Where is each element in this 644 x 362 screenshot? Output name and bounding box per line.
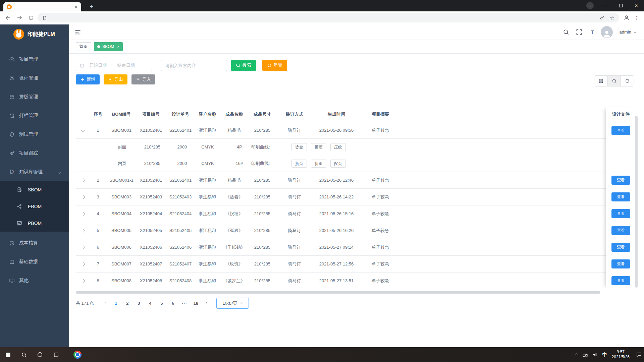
window-minimize-button[interactable]: ─	[598, 0, 613, 11]
sidebar-item-knowledge-base[interactable]: D 知识库管理	[0, 163, 69, 181]
export-button[interactable]: 导出	[104, 74, 127, 84]
view-button[interactable]: 查看	[611, 226, 630, 235]
password-key-icon[interactable]	[600, 15, 605, 20]
add-button[interactable]: 新增	[76, 74, 100, 84]
process-chip[interactable]: 折页	[291, 160, 307, 168]
task-view-icon[interactable]	[52, 351, 60, 359]
sidebar-item-cost-accounting[interactable]: 成本核算	[0, 234, 69, 252]
sidebar-item-pbom[interactable]: PBOM	[0, 215, 69, 232]
search-input[interactable]	[161, 63, 227, 68]
sidebar-item-proof-mgmt[interactable]: 打样管理	[0, 106, 69, 125]
bookmark-star-icon[interactable]: ☆	[610, 15, 614, 21]
clock[interactable]: 9:57 2021/5/26	[612, 350, 630, 360]
table-row[interactable]: 3 SBOM003 X21052403 S21052403 浙江易印 《活着》 …	[76, 189, 636, 205]
table-row[interactable]: 2 SBOM001-1 X21052401 S21052401 浙江易印 精品书…	[76, 172, 636, 189]
page-ellipsis[interactable]: ···	[180, 301, 189, 306]
expand-icon[interactable]	[76, 256, 91, 272]
address-bar[interactable]: ☆	[38, 13, 619, 22]
chrome-taskbar-icon[interactable]	[73, 351, 82, 359]
view-button[interactable]: 查看	[611, 176, 630, 185]
username[interactable]: admin	[620, 29, 631, 35]
tray-expand-icon[interactable]	[575, 353, 578, 356]
sidebar-collapse-icon[interactable]	[74, 29, 81, 36]
sidebar-item-project-mgmt[interactable]: 项目管理	[0, 50, 69, 69]
search-button[interactable]: 搜索	[231, 60, 256, 71]
volume-icon[interactable]	[592, 352, 598, 358]
process-chip[interactable]: 压纹	[330, 143, 346, 151]
browser-profile-icon[interactable]	[586, 2, 594, 9]
expand-icon[interactable]	[76, 189, 91, 205]
start-button-icon[interactable]	[4, 351, 12, 359]
view-button[interactable]: 查看	[611, 243, 630, 252]
taskbar-search-icon[interactable]	[20, 351, 28, 359]
grid-view-icon[interactable]	[594, 76, 607, 86]
tab-close-icon[interactable]: ✕	[74, 5, 78, 9]
reload-icon[interactable]	[27, 14, 35, 22]
page-number[interactable]: 6	[169, 301, 177, 306]
new-tab-button[interactable]: +	[87, 2, 96, 11]
avatar[interactable]	[601, 26, 613, 38]
page-number[interactable]: 3	[135, 301, 143, 306]
site-info-icon[interactable]	[42, 15, 47, 20]
horizontal-scrollbar[interactable]	[76, 291, 600, 294]
sidebar-item-imposition-mgmt[interactable]: 拼版管理	[0, 87, 69, 106]
page-number[interactable]: 5	[157, 301, 166, 306]
view-button[interactable]: 查看	[611, 259, 630, 268]
browser-tab[interactable]: ✕	[3, 2, 81, 11]
process-chip[interactable]: 烫金	[291, 143, 307, 151]
user-menu-caret-icon[interactable]	[634, 30, 636, 33]
expand-icon[interactable]	[76, 122, 91, 138]
expand-icon[interactable]	[76, 222, 91, 239]
sidebar-item-basic-data[interactable]: 基础数据	[0, 252, 69, 271]
back-icon[interactable]	[4, 14, 12, 22]
expand-icon[interactable]	[76, 172, 91, 188]
ime-indicator[interactable]: 中	[602, 352, 607, 358]
header-search-icon[interactable]	[563, 29, 569, 35]
network-icon[interactable]	[582, 352, 588, 358]
table-row[interactable]: 5 SBOM005 X21052405 S21052405 浙江易印 《孤独》 …	[76, 222, 636, 239]
vertical-scrollbar[interactable]	[635, 116, 638, 288]
prev-page-icon[interactable]	[102, 302, 110, 304]
view-button[interactable]: 查看	[611, 276, 630, 285]
notification-icon[interactable]	[636, 352, 642, 358]
sidebar-item-ebom[interactable]: EBOM	[0, 198, 69, 215]
page-number[interactable]: 4	[146, 301, 155, 306]
import-button[interactable]: 导入	[131, 74, 155, 84]
next-page-icon[interactable]	[202, 302, 210, 304]
font-size-icon[interactable]: тT	[589, 29, 594, 35]
tag-sbom[interactable]: SBOM ×	[94, 42, 123, 51]
table-row[interactable]: 8 SBOM008 X21052408 S21052408 浙江易印 《紫罗兰》…	[76, 273, 636, 289]
page-number[interactable]: 1	[112, 301, 120, 306]
table-row[interactable]: 1 SBOM001 X21052401 S21052401 浙江易印 精品书 2…	[76, 122, 636, 139]
sidebar-item-design-mgmt[interactable]: 设计管理	[0, 69, 69, 87]
sidebar-item-other[interactable]: 其他	[0, 271, 69, 290]
table-row[interactable]: 6 SBOM006 X21052406 S21052406 浙江易印 《千纸鹤》…	[76, 239, 636, 256]
expand-icon[interactable]	[76, 273, 91, 289]
table-row[interactable]: 7 SBOM007 X21052407 S21052407 浙江易印 《玫瑰》 …	[76, 256, 636, 273]
page-size-select[interactable]: 10条/页	[216, 298, 249, 309]
page-number[interactable]: 2	[123, 301, 132, 306]
process-chip[interactable]: 覆膜	[311, 143, 326, 151]
window-maximize-button[interactable]	[613, 0, 629, 11]
date-range-input[interactable]: 开始日期 : 结束日期	[76, 60, 152, 71]
view-button[interactable]: 查看	[611, 192, 630, 201]
sidebar-item-test-mgmt[interactable]: 测试管理	[0, 125, 69, 144]
window-close-button[interactable]: ✕	[629, 0, 644, 11]
forward-icon[interactable]	[15, 14, 23, 22]
expand-icon[interactable]	[76, 205, 91, 222]
process-chip[interactable]: 配页	[330, 160, 346, 168]
process-chip[interactable]: 折页	[311, 160, 326, 168]
sidebar-item-project-track[interactable]: 项目跟踪	[0, 144, 69, 163]
cortana-icon[interactable]	[36, 351, 44, 359]
expand-icon[interactable]	[76, 239, 91, 255]
page-number[interactable]: 18	[192, 301, 200, 306]
profile-icon[interactable]	[623, 14, 631, 22]
reset-button[interactable]: 重置	[262, 60, 287, 71]
table-row[interactable]: 4 SBOM004 X21052404 S21052404 浙江易印 《祝福》 …	[76, 205, 636, 222]
browser-menu-icon[interactable]: ⋮	[633, 14, 641, 22]
tag-close-icon[interactable]: ×	[117, 45, 119, 49]
tag-home[interactable]: 首页	[76, 42, 91, 51]
fullscreen-icon[interactable]	[576, 29, 582, 35]
view-button[interactable]: 查看	[611, 209, 630, 218]
refresh-icon[interactable]	[621, 76, 634, 86]
